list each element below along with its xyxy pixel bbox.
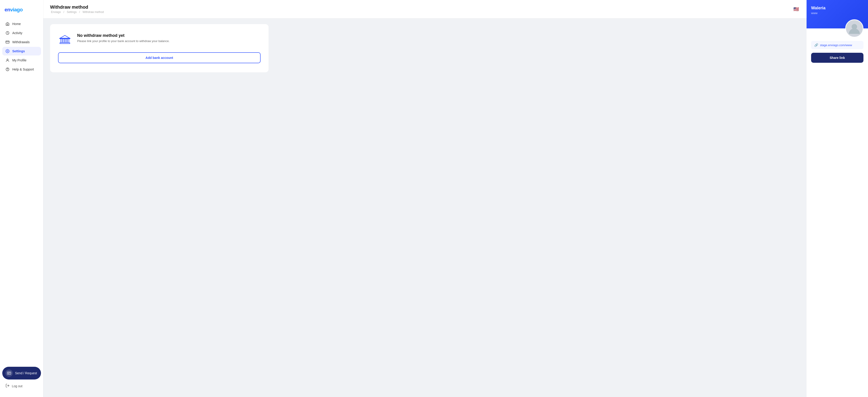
logo: enviago	[0, 5, 43, 20]
empty-state-description: Please link your profile to your bank ac…	[77, 39, 169, 43]
send-request-label: Send / Request	[15, 371, 37, 375]
breadcrumb-sep-2: /	[79, 10, 81, 14]
send-request-icon	[5, 369, 13, 377]
avatar	[845, 19, 863, 37]
sidebar-item-my-profile-label: My Profile	[12, 59, 26, 62]
svg-rect-1	[6, 41, 9, 43]
right-panel: Waleria www 🔗 stage.enviago.com/www Shar…	[807, 0, 868, 397]
logout-button[interactable]: Log out	[5, 382, 39, 390]
send-request-button[interactable]: Send / Request	[2, 367, 41, 379]
share-link-button[interactable]: Share link	[811, 53, 863, 63]
withdrawals-icon	[5, 40, 9, 44]
profile-url: stage.enviago.com/www	[820, 43, 852, 47]
profile-link[interactable]: 🔗 stage.enviago.com/www	[811, 41, 863, 49]
breadcrumb-settings: Settings	[67, 10, 76, 14]
sidebar-item-my-profile[interactable]: My Profile	[2, 56, 41, 65]
sidebar-item-activity[interactable]: Activity	[2, 29, 41, 37]
svg-point-4	[7, 59, 8, 60]
breadcrumb-sep-1: /	[63, 10, 65, 14]
sidebar-item-home[interactable]: Home	[2, 20, 41, 28]
main-content: Withdraw method Enviago / Settings / Wit…	[43, 0, 807, 397]
profile-banner: Waleria www	[807, 0, 868, 28]
help-icon	[5, 67, 9, 71]
sidebar-item-activity-label: Activity	[12, 31, 22, 35]
breadcrumb-withdraw-method: Withdraw method	[83, 10, 104, 14]
my-profile-icon	[5, 58, 9, 62]
withdraw-card: No withdraw method yet Please link your …	[50, 24, 269, 72]
card-text: No withdraw method yet Please link your …	[77, 33, 169, 43]
bank-icon	[58, 33, 72, 47]
sidebar-item-settings-label: Settings	[12, 49, 25, 53]
page-title: Withdraw method	[50, 5, 105, 10]
logout-label: Log out	[12, 384, 23, 388]
page-header: Withdraw method Enviago / Settings / Wit…	[43, 0, 807, 19]
profile-handle: www	[811, 11, 863, 15]
header-left: Withdraw method Enviago / Settings / Wit…	[50, 5, 105, 14]
sidebar-item-withdrawals[interactable]: Withdrawals	[2, 38, 41, 46]
svg-point-3	[7, 51, 8, 52]
sidebar-bottom: Log out	[0, 379, 43, 392]
svg-rect-11	[65, 39, 67, 43]
sidebar-item-withdrawals-label: Withdrawals	[12, 40, 30, 44]
activity-icon	[5, 31, 9, 35]
logo-text: enviago	[5, 7, 39, 13]
empty-state-title: No withdraw method yet	[77, 33, 169, 38]
svg-rect-7	[7, 372, 11, 374]
profile-details: 🔗 stage.enviago.com/www Share link	[807, 28, 868, 397]
svg-rect-13	[60, 43, 70, 44]
add-bank-account-button[interactable]: Add bank account	[58, 52, 260, 63]
svg-rect-10	[63, 39, 64, 43]
sidebar-item-home-label: Home	[12, 22, 21, 26]
svg-rect-9	[61, 39, 62, 43]
breadcrumb: Enviago / Settings / Withdraw method	[50, 10, 105, 14]
logout-icon	[5, 384, 9, 388]
sidebar-item-help-support-label: Help & Support	[12, 68, 34, 71]
sidebar-item-settings[interactable]: Settings	[2, 47, 41, 56]
home-icon	[5, 22, 9, 26]
settings-icon	[5, 49, 9, 53]
content-area: No withdraw method yet Please link your …	[43, 19, 807, 397]
language-flag[interactable]: 🇺🇸	[793, 5, 800, 13]
breadcrumb-enviago: Enviago	[51, 10, 61, 14]
profile-name: Waleria	[811, 6, 863, 10]
svg-rect-12	[68, 39, 69, 43]
nav-list: Home Activity Withdrawals	[0, 20, 43, 362]
sidebar-item-help-support[interactable]: Help & Support	[2, 65, 41, 74]
card-top: No withdraw method yet Please link your …	[58, 33, 260, 47]
sidebar: enviago Home Activity	[0, 0, 43, 397]
link-icon: 🔗	[814, 43, 818, 47]
svg-point-5	[6, 68, 9, 71]
